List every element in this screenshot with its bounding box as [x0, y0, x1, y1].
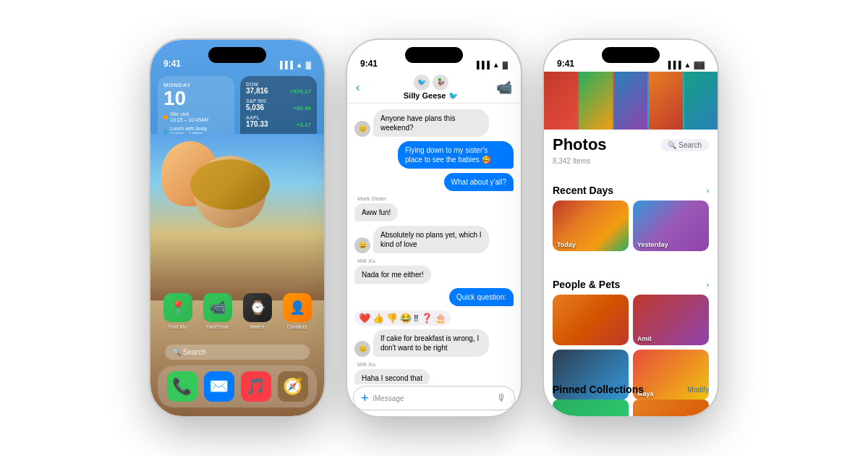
msg-bubble-9: Haha I second that [354, 369, 430, 384]
cal-dot-1 [163, 115, 168, 119]
tapback-row: ❤️ 👍 👎 😂 ‼️ ❓ 🎂 [354, 311, 451, 326]
avatar-1: 🐦 [414, 75, 430, 90]
status-time-messages: 9:41 [360, 59, 378, 69]
tapback-cake: 🎂 [435, 313, 446, 324]
home-search-bar[interactable]: 🔍 Search [165, 345, 310, 360]
msg-avatar-will1: 😊 [354, 341, 370, 357]
wifi-icon: ▲ [296, 61, 303, 69]
watch-icon: ⌚ [243, 293, 272, 322]
hero-img-3 [614, 72, 647, 130]
dock-mail[interactable]: ✉️ [204, 371, 234, 402]
pinned-title: Pinned Collections [553, 384, 644, 395]
pinned-2[interactable]: Ghaz... [633, 400, 709, 416]
pinned-header: Pinned Collections Modify [553, 384, 709, 395]
home-screen: 9:41 ▐▐▐ ▲ ▓ MONDAY 10 Site visit [150, 40, 324, 416]
msg-bubble-4: Aww fun! [354, 203, 398, 221]
msg-text-1: Anyone have plans this weekend? [380, 114, 455, 132]
stock-dow-price: 37,816 [246, 87, 268, 95]
cal-event-1: Site visit 10:15 – 10:45AM [163, 111, 229, 124]
cal-event-1-label: Site visit [170, 111, 208, 117]
today-label: Today [557, 241, 576, 248]
status-time-photos: 9:41 [557, 59, 574, 69]
pinned-modify[interactable]: Modify [688, 386, 709, 394]
tapback-laugh: 😂 [400, 313, 412, 324]
msg-signal-icon: ▐▐▐ [475, 61, 490, 69]
msg-text-9: Haha I second that [362, 374, 422, 382]
dock-compass[interactable]: 🧭 [278, 371, 308, 402]
imessage-input[interactable]: iMessage [373, 394, 493, 402]
recent-yesterday[interactable]: Yesterday [633, 200, 709, 251]
msg-5: 😄 Absolutely no plans yet, which I kind … [354, 226, 514, 253]
stock-aapl-name: AAPL [246, 115, 311, 120]
messages-body: 😊 Anyone have plans this weekend? Flying… [347, 104, 521, 384]
stock-dow-name: DOW [246, 82, 311, 87]
stock-dow-row: 37,816 +570.17 [246, 87, 311, 95]
recent-days-section: Recent Days › Today Yesterday [544, 185, 718, 251]
video-call-button[interactable]: 📹 [496, 80, 512, 96]
pinned-2-bg [633, 400, 709, 416]
hero-grid [544, 72, 718, 130]
dock-phone[interactable]: 📞 [167, 371, 197, 402]
people-more[interactable]: › [707, 281, 709, 289]
people-title: People & Pets [553, 279, 620, 290]
msg-4: Aww fun! [354, 203, 514, 221]
photos-count: 8,342 Items [544, 157, 718, 169]
status-time-home: 9:41 [163, 59, 181, 69]
photos-screen: 9:41 ▐▐▐ ▲ ▓▓ Phot [544, 40, 718, 416]
app-findmy[interactable]: 📍 Find My [163, 293, 192, 329]
cal-event-1-time: 10:15 – 10:45AM [170, 117, 208, 123]
search-icon-photos: 🔍 [668, 141, 676, 149]
phone-home-screen: 9:41 ▐▐▐ ▲ ▓ MONDAY 10 Site visit [150, 40, 324, 416]
dynamic-island-messages [405, 47, 463, 63]
dock-music[interactable]: 🎵 [241, 371, 271, 402]
back-button[interactable]: ‹ [356, 81, 359, 94]
app-watch[interactable]: ⌚ Watch [243, 293, 272, 329]
stock-sp500-name: S&P 500 [246, 98, 311, 104]
add-attachment-button[interactable]: + [361, 391, 369, 406]
pinned-1[interactable]: Meerut [553, 400, 629, 416]
cal-event-2-label: Lunch with Andy [170, 126, 207, 132]
recent-days-grid: Today Yesterday [553, 200, 709, 251]
photos-header: Photos 🔍 Search 8,342 Items [544, 72, 718, 169]
stock-aapl-change: +3.17 [297, 122, 311, 128]
msg-8: 😊 If cake for breakfast is wrong, I don'… [354, 329, 514, 357]
msg-bubble-1: Anyone have plans this weekend? [373, 109, 489, 137]
pinned-1-bg [553, 400, 629, 416]
sender-mark: Mark Disler [354, 195, 514, 202]
msg-text-8: If cake for breakfast is wrong, I don't … [380, 334, 479, 352]
hero-img-2 [579, 72, 612, 130]
people-2-name: Amit [637, 335, 652, 342]
messages-header: ‹ 🐦 🦆 Silly Geese 🐦 📹 [347, 72, 521, 104]
msg-battery-icon: ▓ [503, 61, 508, 69]
mic-button[interactable]: 🎙 [497, 392, 507, 404]
status-icons-messages: ▐▐▐ ▲ ▓ [475, 61, 508, 69]
recent-days-more[interactable]: › [707, 187, 709, 195]
contact-name: Silly Geese 🐦 [404, 91, 459, 101]
hero-img-1 [544, 72, 577, 130]
people-2[interactable]: Amit [633, 295, 709, 345]
recent-today[interactable]: Today [553, 200, 629, 251]
contacts-label: Contacts [287, 324, 307, 329]
cal-day-number: 10 [163, 88, 229, 109]
photos-battery-icon: ▓▓ [694, 61, 705, 69]
photos-search-label: Search [678, 141, 702, 149]
msg-avatar-1: 😊 [354, 121, 370, 137]
photos-signal-icon: ▐▐▐ [665, 61, 681, 69]
tapback-question: ❓ [421, 313, 433, 324]
msg-bubble-7: Quick question: [449, 288, 514, 306]
stock-aapl-price: 170.33 [246, 120, 268, 128]
app-contacts[interactable]: 👤 Contacts [283, 293, 312, 329]
people-1[interactable] [553, 295, 629, 345]
wallpaper-photo [150, 134, 324, 300]
app-icons-row: 📍 Find My 📹 FaceTime ⌚ Watch 👤 Contacts [158, 293, 317, 329]
messages-input-bar: + iMessage 🎙 [353, 386, 515, 410]
recent-days-title: Recent Days [553, 185, 613, 196]
msg-bubble-5: Absolutely no plans yet, which I kind of… [373, 226, 489, 253]
avatar-2: 🦆 [433, 75, 448, 90]
app-facetime[interactable]: 📹 FaceTime [203, 293, 232, 329]
msg-2: Flying down to my sister's place to see … [354, 141, 514, 169]
msg-bubble-8: If cake for breakfast is wrong, I don't … [373, 329, 489, 357]
photos-search-button[interactable]: 🔍 Search [660, 139, 709, 151]
status-icons-home: ▐▐▐ ▲ ▓ [278, 61, 311, 69]
stock-sp500: S&P 500 5,036 +80.48 [246, 98, 311, 111]
